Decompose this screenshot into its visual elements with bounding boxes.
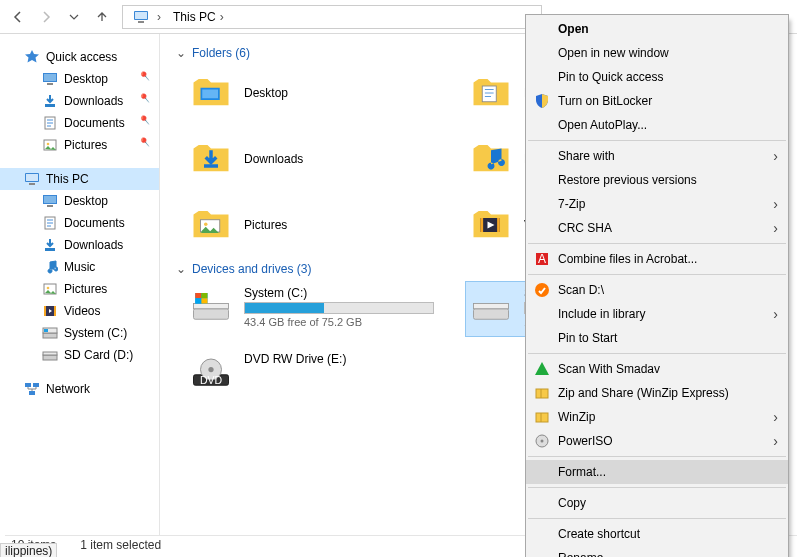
sidebar-pc-downloads[interactable]: Downloads — [0, 234, 159, 256]
context-item-label: Pin to Quick access — [558, 70, 663, 84]
context-item-label: Open AutoPlay... — [558, 118, 647, 132]
breadcrumb[interactable]: › This PC › — [122, 5, 542, 29]
sidebar-network[interactable]: Network — [0, 378, 159, 400]
sidebar-item-desktop[interactable]: Desktop 📍 — [0, 68, 159, 90]
folder-downloads[interactable]: Downloads — [186, 132, 436, 186]
sidebar-quick-access[interactable]: Quick access — [0, 46, 159, 68]
context-item-label: Restore previous versions — [558, 173, 697, 187]
context-item-restore-previous-versions[interactable]: Restore previous versions — [526, 168, 788, 192]
chevron-right-icon: › — [157, 10, 161, 24]
context-item-share-with[interactable]: Share with› — [526, 144, 788, 168]
context-item-label: Open — [558, 22, 589, 36]
drive-system-c[interactable]: System (C:) 43.4 GB free of 75.2 GB — [186, 282, 436, 336]
svg-rect-28 — [25, 383, 31, 387]
pin-icon: 📍 — [137, 68, 153, 84]
context-item-include-in-library[interactable]: Include in library› — [526, 302, 788, 326]
context-item-label: Include in library — [558, 307, 645, 321]
svg-rect-11 — [26, 174, 38, 181]
svg-rect-25 — [44, 329, 48, 332]
submenu-arrow-icon: › — [773, 148, 778, 164]
sidebar-item-pictures[interactable]: Pictures 📍 — [0, 134, 159, 156]
svg-rect-29 — [33, 383, 39, 387]
folder-pictures[interactable]: Pictures — [186, 198, 436, 252]
context-item-label: Pin to Start — [558, 331, 617, 345]
breadcrumb-root[interactable]: › — [123, 6, 167, 28]
folder-desktop-icon — [190, 72, 232, 114]
videos-icon — [42, 303, 58, 319]
context-item-copy[interactable]: Copy — [526, 491, 788, 515]
svg-point-51 — [208, 367, 213, 372]
svg-rect-41 — [194, 304, 229, 309]
context-item-open-in-new-window[interactable]: Open in new window — [526, 41, 788, 65]
context-item-poweriso[interactable]: PowerISO› — [526, 429, 788, 453]
svg-rect-21 — [44, 306, 46, 316]
sidebar-pc-system-c[interactable]: System (C:) — [0, 322, 159, 344]
svg-rect-2 — [138, 21, 144, 23]
context-item-scan-with-smadav[interactable]: Scan With Smadav — [526, 357, 788, 381]
pin-icon: 📍 — [137, 134, 153, 150]
context-item-scan-d[interactable]: Scan D:\ — [526, 278, 788, 302]
svg-point-36 — [204, 222, 208, 226]
pc-icon — [24, 171, 40, 187]
sidebar-pc-desktop[interactable]: Desktop — [0, 190, 159, 212]
sidebar-pc-music[interactable]: Music — [0, 256, 159, 278]
sidebar-item-downloads[interactable]: Downloads 📍 — [0, 90, 159, 112]
recent-menu-button[interactable] — [62, 5, 86, 29]
svg-rect-48 — [474, 304, 509, 309]
sidebar-this-pc[interactable]: This PC — [0, 168, 159, 190]
sidebar-item-label: Desktop — [64, 194, 108, 208]
context-item-crc-sha[interactable]: CRC SHA› — [526, 216, 788, 240]
context-item-format[interactable]: Format... — [526, 460, 788, 484]
breadcrumb-thispc[interactable]: This PC › — [167, 6, 230, 28]
context-item-label: Scan With Smadav — [558, 362, 660, 376]
context-item-label: WinZip — [558, 410, 595, 424]
context-separator — [528, 456, 786, 457]
context-separator — [528, 274, 786, 275]
context-separator — [528, 487, 786, 488]
wzexp-icon — [534, 385, 550, 401]
context-item-rename[interactable]: Rename — [526, 546, 788, 557]
context-item-winzip[interactable]: WinZip› — [526, 405, 788, 429]
desktop-icon — [42, 71, 58, 87]
chevron-down-icon — [69, 12, 79, 22]
svg-rect-32 — [202, 90, 218, 99]
context-item-open-autoplay[interactable]: Open AutoPlay... — [526, 113, 788, 137]
context-item-open[interactable]: Open — [526, 17, 788, 41]
context-item-pin-to-start[interactable]: Pin to Start — [526, 326, 788, 350]
avast-icon — [534, 282, 550, 298]
back-button[interactable] — [6, 5, 30, 29]
svg-rect-15 — [47, 205, 53, 207]
context-item-label: Combine files in Acrobat... — [558, 252, 697, 266]
folder-videos-icon — [470, 204, 512, 246]
context-item-turn-on-bitlocker[interactable]: Turn on BitLocker — [526, 89, 788, 113]
context-item-pin-to-quick-access[interactable]: Pin to Quick access — [526, 65, 788, 89]
context-item-label: Zip and Share (WinZip Express) — [558, 386, 729, 400]
sidebar-pc-pictures[interactable]: Pictures — [0, 278, 159, 300]
svg-rect-4 — [44, 74, 56, 81]
context-separator — [528, 518, 786, 519]
svg-rect-33 — [482, 86, 496, 102]
up-button[interactable] — [90, 5, 114, 29]
context-item-7-zip[interactable]: 7-Zip› — [526, 192, 788, 216]
context-item-combine-files-in-acrobat[interactable]: Combine files in Acrobat...A — [526, 247, 788, 271]
svg-text:DVD: DVD — [200, 374, 223, 386]
folder-desktop[interactable]: Desktop — [186, 66, 436, 120]
arrow-up-icon — [94, 9, 110, 25]
drive-icon — [190, 286, 232, 328]
sidebar-item-label: Network — [46, 382, 90, 396]
context-item-zip-and-share-winzip-express[interactable]: Zip and Share (WinZip Express) — [526, 381, 788, 405]
taskbar-fragment: ilippines) — [0, 543, 57, 557]
context-item-create-shortcut[interactable]: Create shortcut — [526, 522, 788, 546]
sidebar-item-documents[interactable]: Documents 📍 — [0, 112, 159, 134]
sidebar-pc-sdcard-d[interactable]: SD Card (D:) — [0, 344, 159, 366]
context-item-label: Share with — [558, 149, 615, 163]
pin-icon: 📍 — [137, 112, 153, 128]
sidebar-pc-documents[interactable]: Documents — [0, 212, 159, 234]
svg-rect-45 — [195, 298, 201, 303]
sidebar-item-label: Music — [64, 260, 95, 274]
sidebar-pc-videos[interactable]: Videos — [0, 300, 159, 322]
forward-button[interactable] — [34, 5, 58, 29]
svg-rect-34 — [204, 164, 218, 168]
pdf-icon: A — [534, 251, 550, 267]
sidebar-item-label: Pictures — [64, 138, 107, 152]
